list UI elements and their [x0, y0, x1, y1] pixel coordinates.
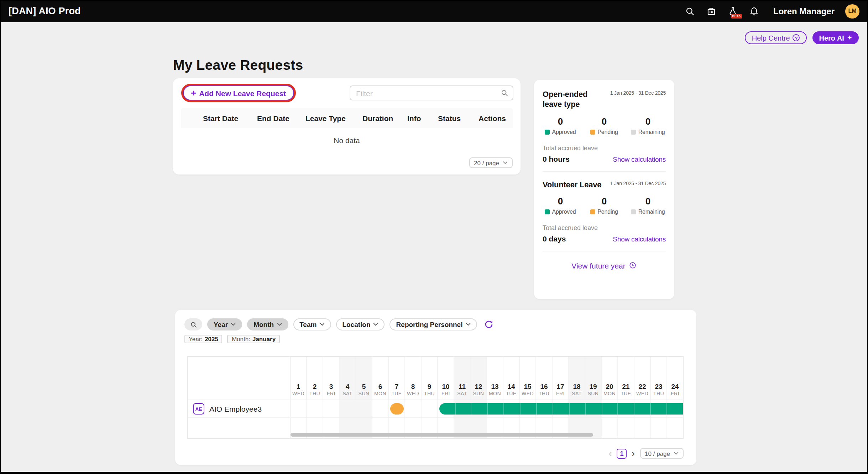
day-cell: [372, 400, 389, 417]
day-cell: [291, 400, 307, 417]
balance-period: 1 Jan 2025 - 31 Dec 2025: [610, 181, 666, 186]
employee-avatar: AE: [193, 403, 204, 415]
stat-value: 0: [543, 116, 577, 126]
leave-bar-approved[interactable]: [439, 403, 684, 415]
horizontal-scrollbar[interactable]: [291, 433, 593, 437]
user-name[interactable]: Loren Manager: [773, 6, 835, 16]
show-calculations-link[interactable]: Show calculations: [613, 155, 666, 163]
stat-label: Pending: [597, 129, 618, 135]
user-avatar[interactable]: LM: [845, 4, 859, 18]
balance-section-1-head: Volunteer Leave 1 Jan 2025 - 31 Dec 2025: [543, 179, 666, 189]
column-header-start-date: Start Date: [197, 108, 251, 128]
approved-legend-square: [545, 209, 550, 214]
month-filter-label: Month: [253, 321, 274, 328]
column-header-info: Info: [402, 108, 432, 128]
team-filter-label: Team: [299, 321, 317, 328]
leave-bar-pending[interactable]: [390, 403, 404, 415]
bell-icon[interactable]: [749, 6, 760, 16]
search-icon[interactable]: [685, 6, 696, 16]
empty-name-cell: [188, 418, 291, 438]
applied-filter-month: Month: January: [228, 335, 280, 343]
help-centre-button[interactable]: Help Centre ?: [745, 31, 807, 44]
reporting-personnel-label: Reporting Personnel: [396, 321, 463, 328]
filter-field: [350, 85, 513, 100]
pending-legend-square: [590, 209, 595, 214]
stat-label: Pending: [597, 209, 618, 215]
calendar-search-button[interactable]: [184, 318, 202, 330]
chevron-down-icon: [674, 452, 679, 455]
add-leave-request-button[interactable]: + Add New Leave Request: [183, 85, 294, 100]
beta-flask-icon[interactable]: BETA: [728, 6, 738, 16]
leave-bar-day-segment: [651, 403, 667, 415]
leave-bar-day-segment: [455, 403, 472, 415]
beta-badge: BETA: [731, 14, 742, 19]
question-icon: ?: [793, 34, 800, 41]
month-filter[interactable]: Month: [247, 318, 288, 330]
current-page[interactable]: 1: [617, 448, 627, 458]
hero-ai-button[interactable]: Hero AI ✦: [813, 31, 859, 44]
tag-value: January: [252, 335, 276, 343]
org-icon[interactable]: [706, 6, 717, 16]
leave-bar-day-segment: [618, 403, 635, 415]
day-header-24: 24FRI: [667, 357, 683, 400]
stat-value: 0: [587, 116, 621, 126]
balance-stats: 0 Approved 0 Pending 0 Remaining: [543, 196, 666, 215]
view-future-year-link[interactable]: View future year: [543, 261, 666, 270]
leave-bar-day-segment: [390, 403, 404, 415]
reporting-personnel-filter[interactable]: Reporting Personnel: [390, 318, 477, 330]
stat-remaining: 0 Remaining: [631, 196, 665, 215]
page-size-select[interactable]: 20 / page: [469, 157, 513, 168]
day-header-14: 14TUE: [503, 357, 520, 400]
year-filter-label: Year: [214, 321, 228, 328]
location-filter[interactable]: Location: [336, 318, 385, 330]
day-header-19: 19SUN: [585, 357, 602, 400]
leave-bar-day-segment: [667, 403, 684, 415]
help-centre-label: Help Centre: [752, 34, 790, 42]
day-header-2: 2THU: [307, 357, 323, 400]
tag-value: 2025: [205, 335, 218, 343]
next-page-button[interactable]: ›: [632, 449, 635, 458]
calendar-page-size-select[interactable]: 10 / page: [640, 448, 684, 459]
leave-bar-day-segment: [521, 403, 537, 415]
leave-bar-day-segment: [586, 403, 602, 415]
team-calendar-card: Year Month Team Location Reporting Perso…: [175, 310, 696, 465]
page-title: My Leave Requests: [173, 57, 303, 73]
column-header-actions: Actions: [473, 108, 513, 128]
search-icon: [190, 321, 197, 328]
remaining-legend-square: [631, 129, 636, 134]
stat-label: Approved: [552, 129, 576, 135]
show-calculations-link[interactable]: Show calculations: [613, 235, 666, 243]
day-header-16: 16THU: [536, 357, 553, 400]
year-filter[interactable]: Year: [207, 318, 242, 330]
team-filter[interactable]: Team: [293, 318, 331, 330]
employee-name: AIO Employee3: [209, 405, 262, 413]
leave-calendar: 1WED2THU3FRI4SAT5SUN6MON7TUE8WED9THU10FR…: [187, 356, 684, 439]
day-cell: [340, 400, 356, 417]
accrued-label: Total accrued leave: [543, 144, 666, 151]
day-header-21: 21TUE: [618, 357, 634, 400]
balance-section-0-head: Open-ended leave type 1 Jan 2025 - 31 De…: [543, 89, 666, 109]
accrued-value: 0 days: [543, 234, 566, 243]
calendar-page-size-label: 10 / page: [645, 450, 670, 457]
stat-value: 0: [631, 196, 665, 207]
leave-bar-day-segment: [504, 403, 521, 415]
day-cell: [602, 418, 618, 438]
pending-legend-square: [590, 129, 595, 134]
leave-balance-card: Open-ended leave type 1 Jan 2025 - 31 De…: [534, 80, 674, 299]
calendar-filters: Year Month Team Location Reporting Perso…: [184, 318, 493, 330]
hero-ai-label: Hero AI: [819, 34, 844, 42]
tag-label: Month:: [232, 335, 250, 343]
leave-bar-day-segment: [472, 403, 488, 415]
leave-bar-day-segment: [537, 403, 553, 415]
accrued-value: 0 hours: [543, 154, 570, 163]
column-header-empty: [181, 108, 197, 128]
stat-value: 0: [543, 196, 577, 207]
filter-input[interactable]: [350, 85, 513, 100]
day-header-4: 4SAT: [340, 357, 356, 400]
calendar-header-row: 1WED2THU3FRI4SAT5SUN6MON7TUE8WED9THU10FR…: [188, 357, 683, 400]
day-cell: [618, 418, 634, 438]
leave-bar-day-segment: [439, 403, 455, 415]
prev-page-button[interactable]: ‹: [609, 449, 612, 458]
refresh-icon[interactable]: [484, 320, 493, 329]
balance-title: Open-ended leave type: [543, 89, 602, 109]
